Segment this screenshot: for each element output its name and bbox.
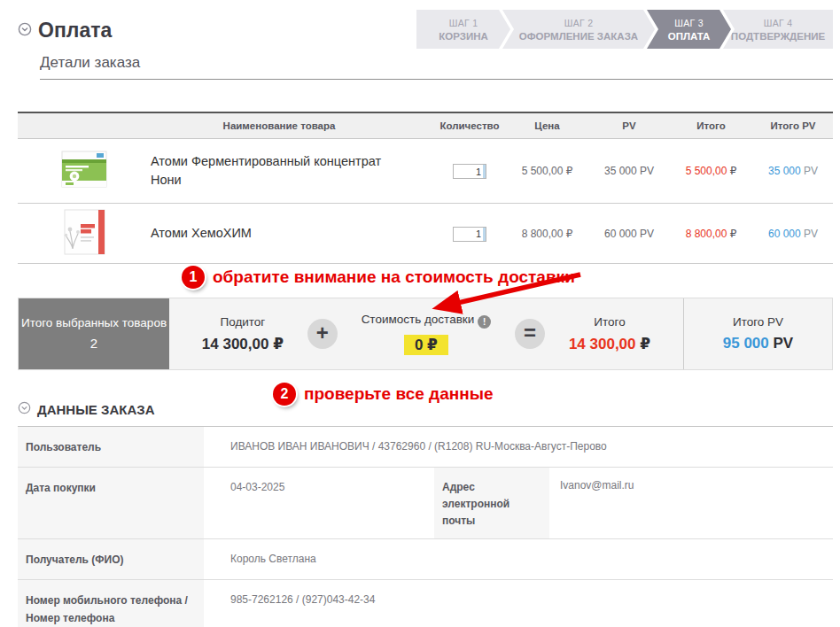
page-header: Оплата ШАГ 1 КОРЗИНА ШАГ 2 ОФОРМЛЕНИЕ ЗА… xyxy=(18,0,833,49)
page-title: Оплата xyxy=(38,19,112,43)
product-price: 5 500,00 ₽ xyxy=(505,165,589,177)
checkout-steps: ШАГ 1 КОРЗИНА ШАГ 2 ОФОРМЛЕНИЕ ЗАКАЗА ША… xyxy=(416,10,833,49)
header-total: Итого xyxy=(669,120,753,131)
grand-total-pv: Итого PV 95 000 PV xyxy=(683,298,832,369)
product-pv: 60 000 PV xyxy=(589,228,669,240)
row-purchase-date: Дата покупки 04-03-2025 Адрес электронно… xyxy=(18,468,833,540)
product-row-hemohim: Атоми ХемоХИМ 8 800,00 ₽ 60 000 PV 8 800… xyxy=(18,204,833,264)
step-checkout[interactable]: ШАГ 2 ОФОРМЛЕНИЕ ЗАКАЗА xyxy=(502,10,655,49)
product-total-pv: 60 000 PV xyxy=(753,228,833,240)
header-price: Цена xyxy=(505,120,589,131)
selected-items-total: Итого выбранных товаров 2 xyxy=(19,298,169,369)
equals-icon: = xyxy=(515,319,545,349)
order-data-table: Пользователь ИВАНОВ ИВАН ИВАНОВИЧ / 4376… xyxy=(18,426,833,627)
email-value: Ivanov@mail.ru xyxy=(549,468,833,539)
header-pv: PV xyxy=(589,120,669,131)
header-quantity: Количество xyxy=(434,120,505,131)
header-product-name: Наименование товара xyxy=(151,119,434,134)
shipping-cost: Стоимость доставки! 0 ₽ xyxy=(362,313,492,355)
step-payment-active[interactable]: ШАГ 3 ОПЛАТА xyxy=(647,10,731,49)
row-user: Пользователь ИВАНОВ ИВАН ИВАНОВИЧ / 4376… xyxy=(18,427,833,468)
step-confirmation[interactable]: ШАГ 4 ПОДТВЕРЖДЕНИЕ xyxy=(723,10,833,49)
header-total-pv: Итого PV xyxy=(753,120,833,131)
annotation-number-badge: 1 xyxy=(182,266,205,289)
plus-icon: + xyxy=(307,319,338,349)
step-cart[interactable]: ШАГ 1 КОРЗИНА xyxy=(416,10,510,49)
shipping-value-highlight: 0 ₽ xyxy=(404,335,448,355)
order-details-subtitle: Детали заказа xyxy=(40,54,833,80)
info-icon[interactable]: ! xyxy=(478,315,491,329)
quantity-input[interactable] xyxy=(453,164,486,179)
subtotal: Подитог 14 300,00 ₽ xyxy=(202,315,284,353)
product-name: Атоми ХемоХИМ xyxy=(151,224,252,243)
annotation-shipping-note: 1 обратите внимание на стоимость доставк… xyxy=(182,266,575,289)
row-phone: Номер мобильного телефона / Номер телефо… xyxy=(18,580,833,627)
product-price: 8 800,00 ₽ xyxy=(505,228,589,240)
product-image-hemohim xyxy=(57,205,112,263)
annotation-check-data-note: 2 проверьте все данные xyxy=(273,383,493,406)
email-label: Адрес электронной почты xyxy=(434,468,549,539)
quantity-input[interactable] xyxy=(453,227,486,242)
annotation-number-badge: 2 xyxy=(273,383,296,406)
row-recipient: Получатель (ФИО) Король Светлана xyxy=(18,539,833,580)
collapse-chevron-icon[interactable] xyxy=(18,22,32,40)
product-total-pv: 35 000 PV xyxy=(753,165,833,177)
order-summary-bar: Итого выбранных товаров 2 Подитог 14 300… xyxy=(18,298,833,370)
grand-total: Итого 14 300,00 ₽ xyxy=(569,315,650,353)
products-table: Наименование товара Количество Цена PV И… xyxy=(18,112,833,264)
selected-items-count: 2 xyxy=(90,334,97,354)
product-image-noni xyxy=(57,142,112,200)
product-row-noni: Атоми Ферментированный концентрат Нони 5… xyxy=(18,139,833,204)
product-total: 8 800,00 ₽ xyxy=(669,228,753,240)
product-pv: 35 000 PV xyxy=(589,165,669,177)
collapse-chevron-icon[interactable] xyxy=(18,401,31,418)
product-name: Атоми Ферментированный концентрат Нони xyxy=(151,152,408,190)
products-table-header: Наименование товара Количество Цена PV И… xyxy=(18,112,833,139)
product-total: 5 500,00 ₽ xyxy=(669,165,753,177)
